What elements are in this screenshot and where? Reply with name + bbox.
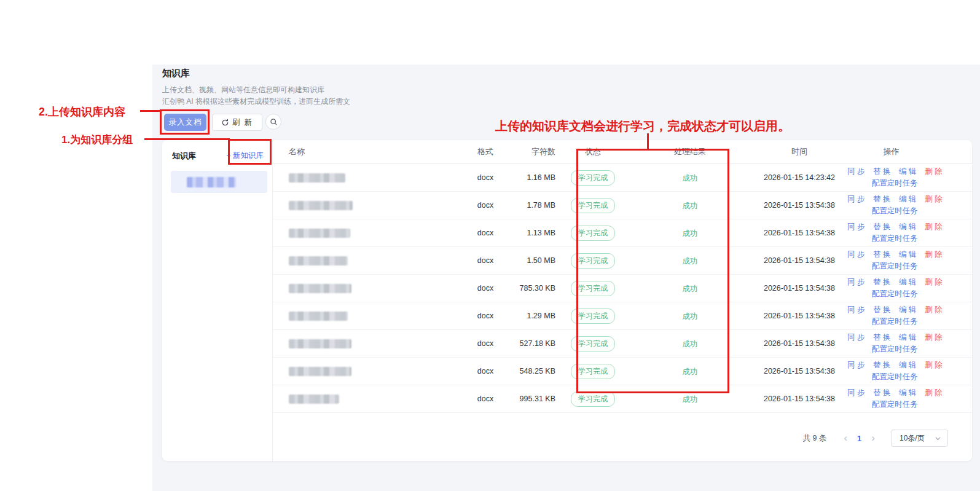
status-badge: 学习完成 xyxy=(571,364,615,379)
annotation-connector-step2 xyxy=(140,110,161,112)
replace-link[interactable]: 替 换 xyxy=(873,305,890,314)
cell-time: 2026-01-15 13:54:38 xyxy=(755,256,844,265)
cell-time: 2026-01-15 13:54:38 xyxy=(755,339,844,348)
cell-result: 成功 xyxy=(683,257,698,265)
sidebar-title: 知识库 xyxy=(172,151,196,162)
table-row: docx 527.18 KB 学习完成 成功 2026-01-15 13:54:… xyxy=(273,330,972,358)
sync-link[interactable]: 同 步 xyxy=(847,388,864,397)
edit-link[interactable]: 编 辑 xyxy=(899,195,916,203)
schedule-task-link[interactable]: 配置定时任务 xyxy=(872,345,918,353)
schedule-task-link[interactable]: 配置定时任务 xyxy=(872,179,918,187)
replace-link[interactable]: 替 换 xyxy=(873,361,890,369)
blurred-document-name xyxy=(289,173,345,183)
sync-link[interactable]: 同 步 xyxy=(847,305,864,314)
table-row: docx 785.30 KB 学习完成 成功 2026-01-15 13:54:… xyxy=(273,275,972,302)
new-knowledge-base-button[interactable]: + 新知识库 xyxy=(224,149,266,162)
replace-link[interactable]: 替 换 xyxy=(873,222,890,231)
schedule-task-link[interactable]: 配置定时任务 xyxy=(872,206,918,215)
cell-chars: 527.18 KB xyxy=(516,339,560,348)
cell-result: 成功 xyxy=(683,367,698,376)
refresh-button[interactable]: 刷 新 xyxy=(212,114,262,131)
edit-link[interactable]: 编 辑 xyxy=(899,361,916,369)
pagination-next-button[interactable]: › xyxy=(865,432,881,444)
replace-link[interactable]: 替 换 xyxy=(873,195,890,203)
sidebar-item-selected[interactable] xyxy=(171,171,267,193)
cell-result: 成功 xyxy=(683,174,698,183)
blurred-document-name xyxy=(289,312,348,321)
cell-format: docx xyxy=(455,367,516,375)
sync-link[interactable]: 同 步 xyxy=(847,195,864,203)
pagination-total: 共 9 条 xyxy=(803,433,827,444)
schedule-task-link[interactable]: 配置定时任务 xyxy=(872,289,918,298)
cell-time: 2026-01-15 13:54:38 xyxy=(755,395,844,403)
delete-link[interactable]: 删 除 xyxy=(925,361,942,369)
annotation-connector-topnote xyxy=(647,133,649,150)
edit-link[interactable]: 编 辑 xyxy=(899,305,916,314)
cell-format: docx xyxy=(455,229,516,237)
import-document-button[interactable]: 录入文档 xyxy=(164,114,206,131)
sync-link[interactable]: 同 步 xyxy=(847,361,864,369)
schedule-task-link[interactable]: 配置定时任务 xyxy=(872,400,918,409)
edit-link[interactable]: 编 辑 xyxy=(899,167,916,176)
blurred-document-name xyxy=(289,367,351,376)
status-badge: 学习完成 xyxy=(571,253,615,269)
edit-link[interactable]: 编 辑 xyxy=(899,388,916,397)
sync-link[interactable]: 同 步 xyxy=(847,250,864,259)
sync-link[interactable]: 同 步 xyxy=(847,222,864,231)
document-table: 名称 格式 字符数 状态 处理结果 时间 操作 docx 1.16 MB 学习完… xyxy=(273,140,972,461)
cell-time: 2026-01-15 14:23:42 xyxy=(755,173,844,182)
cell-format: docx xyxy=(455,201,516,210)
page-size-select[interactable]: 10条/页 xyxy=(891,430,948,447)
pagination-page-1[interactable]: 1 xyxy=(853,434,865,443)
status-badge: 学习完成 xyxy=(571,336,615,352)
blurred-document-name xyxy=(289,229,350,238)
column-header-actions: 操作 xyxy=(844,146,972,157)
sidebar: 知识库 + 新知识库 xyxy=(162,140,273,461)
cell-time: 2026-01-15 13:54:38 xyxy=(755,284,844,293)
delete-link[interactable]: 删 除 xyxy=(925,195,942,203)
schedule-task-link[interactable]: 配置定时任务 xyxy=(872,234,918,243)
blurred-group-name xyxy=(187,177,236,187)
edit-link[interactable]: 编 辑 xyxy=(899,333,916,342)
delete-link[interactable]: 删 除 xyxy=(925,333,942,342)
annotation-step1-label: 1.为知识库分组 xyxy=(61,133,133,147)
delete-link[interactable]: 删 除 xyxy=(925,388,942,397)
replace-link[interactable]: 替 换 xyxy=(873,167,890,176)
search-button[interactable] xyxy=(265,114,281,130)
knowledge-base-page: 知识库 上传文档、视频、网站等任意信息即可构建知识库 汇创鸭 AI 将根据这些素… xyxy=(0,0,980,491)
annotation-step2-label: 2.上传知识库内容 xyxy=(39,104,125,119)
delete-link[interactable]: 删 除 xyxy=(925,278,942,286)
table-row: docx 995.31 KB 学习完成 成功 2026-01-15 13:54:… xyxy=(273,385,972,413)
page-title: 知识库 xyxy=(162,68,190,79)
cell-format: docx xyxy=(455,339,516,348)
schedule-task-link[interactable]: 配置定时任务 xyxy=(872,262,918,270)
page-size-value: 10条/页 xyxy=(900,433,925,444)
blurred-document-name xyxy=(289,339,351,348)
delete-link[interactable]: 删 除 xyxy=(925,250,942,259)
sync-link[interactable]: 同 步 xyxy=(847,167,864,176)
sync-link[interactable]: 同 步 xyxy=(847,333,864,342)
replace-link[interactable]: 替 换 xyxy=(873,333,890,342)
status-badge: 学习完成 xyxy=(571,226,615,241)
column-header-chars: 字符数 xyxy=(516,146,560,157)
table-row: docx 1.13 MB 学习完成 成功 2026-01-15 13:54:38… xyxy=(273,219,972,247)
replace-link[interactable]: 替 换 xyxy=(873,388,890,397)
blurred-document-name xyxy=(289,284,351,293)
delete-link[interactable]: 删 除 xyxy=(925,167,942,176)
pagination-prev-button[interactable]: ‹ xyxy=(837,432,853,444)
cell-time: 2026-01-15 13:54:38 xyxy=(755,229,844,237)
delete-link[interactable]: 删 除 xyxy=(925,305,942,314)
delete-link[interactable]: 删 除 xyxy=(925,222,942,231)
sync-link[interactable]: 同 步 xyxy=(847,278,864,286)
cell-format: docx xyxy=(455,312,516,320)
cell-chars: 1.29 MB xyxy=(516,312,560,320)
schedule-task-link[interactable]: 配置定时任务 xyxy=(872,317,918,326)
schedule-task-link[interactable]: 配置定时任务 xyxy=(872,372,918,381)
cell-chars: 995.31 KB xyxy=(516,395,560,403)
edit-link[interactable]: 编 辑 xyxy=(899,278,916,286)
edit-link[interactable]: 编 辑 xyxy=(899,250,916,259)
replace-link[interactable]: 替 换 xyxy=(873,250,890,259)
edit-link[interactable]: 编 辑 xyxy=(899,222,916,231)
replace-link[interactable]: 替 换 xyxy=(873,278,890,286)
table-row: docx 1.78 MB 学习完成 成功 2026-01-15 13:54:38… xyxy=(273,192,972,219)
